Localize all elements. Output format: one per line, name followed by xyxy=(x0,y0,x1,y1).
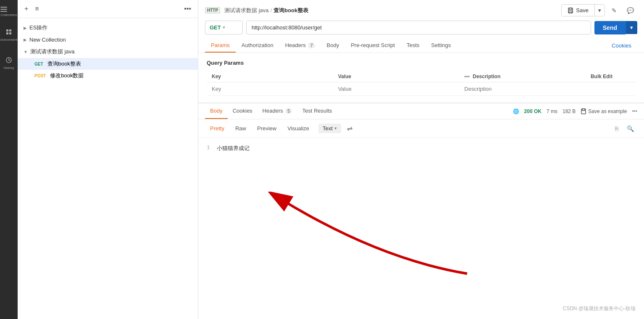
http-badge: HTTP xyxy=(205,7,220,13)
comment-button[interactable]: 💬 xyxy=(623,5,637,16)
send-button[interactable]: Send xyxy=(594,21,626,34)
save-example-icon xyxy=(581,108,586,114)
format-btn[interactable]: ⇌ xyxy=(344,123,356,134)
chevron-right-icon: ▶ xyxy=(24,37,27,42)
watermark: CSDN @瑞晟技术服务中心-耿瑞 xyxy=(563,305,636,312)
url-input[interactable] xyxy=(246,21,591,34)
response-more-icon[interactable]: ••• xyxy=(632,108,637,114)
response-line: 1 小猫猫养成记 xyxy=(207,145,636,152)
send-btn-group: Send ▾ xyxy=(594,21,637,34)
sidebar-sub-item-post-book[interactable]: POST 修改book数据 xyxy=(18,70,198,82)
response-time: 7 ms xyxy=(547,108,557,114)
svg-rect-6 xyxy=(569,8,572,10)
table-row xyxy=(207,82,636,96)
more-icon: ••• xyxy=(464,74,470,79)
response-section: Body Cookies Headers 5 Test Results 🌐 20… xyxy=(198,103,644,319)
tab-tests[interactable]: Tests xyxy=(401,39,425,53)
sidebar-item-label: 测试请求数据 java xyxy=(30,48,74,55)
sidebar-sub-item-label: 修改book数据 xyxy=(50,72,84,79)
sidebar-item-test-java[interactable]: ▼ 测试请求数据 java xyxy=(18,45,198,58)
search-button[interactable]: 🔍 xyxy=(623,124,637,134)
sidebar-item-new-collection[interactable]: ▶ New Collection xyxy=(18,34,198,45)
url-row: GET ▾ Send ▾ xyxy=(205,21,637,34)
arrow-overlay xyxy=(232,192,484,285)
resp-tab-pretty[interactable]: Pretty xyxy=(205,123,229,134)
tab-params[interactable]: Params xyxy=(205,39,236,53)
response-tab-headers[interactable]: Headers 5 xyxy=(258,103,297,119)
line-number: 1 xyxy=(207,145,210,152)
key-input[interactable] xyxy=(212,86,328,92)
tab-headers[interactable]: Headers 7 xyxy=(279,39,321,53)
sidebar-toolbar: + ≡ ••• xyxy=(18,0,198,18)
send-dropdown-btn[interactable]: ▾ xyxy=(626,21,637,34)
resp-tab-visualize[interactable]: Visualize xyxy=(282,123,314,134)
resp-tab-preview[interactable]: Preview xyxy=(252,123,281,134)
main-area: HTTP 测试请求数据 java / 查询book整表 Save ▾ ✎ 💬 xyxy=(198,0,644,319)
tab-pre-request[interactable]: Pre-request Script xyxy=(345,39,401,53)
method-label: GET xyxy=(210,24,221,31)
resp-tab-raw[interactable]: Raw xyxy=(230,123,251,134)
response-tab-body[interactable]: Body xyxy=(205,103,228,119)
tab-settings[interactable]: Settings xyxy=(425,39,457,53)
sidebar-item-es[interactable]: ▶ ES操作 xyxy=(18,21,198,34)
bulk-edit-th: Bulk Edit xyxy=(586,71,636,82)
svg-rect-3 xyxy=(9,32,11,34)
response-text: 小猫猫养成记 xyxy=(217,145,250,152)
response-tab-test-results[interactable]: Test Results xyxy=(297,103,337,119)
svg-rect-7 xyxy=(569,11,572,13)
request-header: HTTP 测试请求数据 java / 查询book整表 Save ▾ ✎ 💬 xyxy=(198,0,644,53)
headers-badge: 7 xyxy=(308,42,315,48)
sidebar-sub-item-get-book[interactable]: GET 查询book整表 xyxy=(18,58,198,70)
method-select[interactable]: GET ▾ xyxy=(205,21,243,34)
collections-icon[interactable]: Collections xyxy=(0,4,20,19)
sidebar-item-label: ES操作 xyxy=(29,24,47,32)
save-button[interactable]: Save xyxy=(562,5,594,16)
col-header-key: Key xyxy=(207,71,333,82)
breadcrumb-parent: 测试请求数据 java xyxy=(224,7,268,14)
header-actions: Save ▾ ✎ 💬 xyxy=(561,4,637,16)
response-size: 182 B xyxy=(563,108,576,114)
save-example-btn[interactable]: Save as example xyxy=(581,108,627,114)
desc-cell[interactable] xyxy=(459,82,586,96)
svg-rect-0 xyxy=(6,29,8,32)
arrow-svg xyxy=(232,192,484,284)
params-section: Query Params Key Value ••• Description B… xyxy=(198,53,644,103)
sidebar-sub-item-label: 查询book整表 xyxy=(47,60,81,68)
history-label: History xyxy=(4,66,14,70)
params-title: Query Params xyxy=(207,60,636,66)
edit-button[interactable]: ✎ xyxy=(608,5,620,16)
chevron-right-icon: ▶ xyxy=(24,26,27,30)
desc-input[interactable] xyxy=(464,86,581,92)
response-status: 200 OK xyxy=(524,108,541,114)
response-headers-badge: 5 xyxy=(285,108,292,114)
params-table: Key Value ••• Description Bulk Edit xyxy=(207,71,636,96)
breadcrumb-current: 查询book整表 xyxy=(273,7,308,14)
response-tabs-row: Body Cookies Headers 5 Test Results 🌐 20… xyxy=(198,103,644,119)
method-get-badge: GET xyxy=(33,61,45,67)
key-cell[interactable] xyxy=(207,82,333,96)
save-dropdown-btn[interactable]: ▾ xyxy=(594,5,605,16)
breadcrumb: HTTP 测试请求数据 java / 查询book整表 xyxy=(205,7,308,14)
svg-rect-2 xyxy=(6,32,8,34)
more-button[interactable]: ••• xyxy=(182,3,193,14)
filter-button[interactable]: ≡ xyxy=(33,3,40,14)
history-icon[interactable]: History xyxy=(1,54,17,72)
method-chevron-icon: ▾ xyxy=(223,25,225,30)
add-button[interactable]: + xyxy=(23,3,30,14)
bulk-edit-btn[interactable]: Bulk Edit xyxy=(591,74,612,79)
tab-auth[interactable]: Authorization xyxy=(236,39,279,53)
copy-button[interactable]: ⎘ xyxy=(612,124,622,134)
breadcrumb-row: HTTP 测试请求数据 java / 查询book整表 Save ▾ ✎ 💬 xyxy=(205,4,637,16)
value-input[interactable] xyxy=(338,86,455,92)
save-btn-group: Save ▾ xyxy=(561,4,605,16)
svg-rect-1 xyxy=(9,29,11,32)
left-icon-strip: Collections Environments History xyxy=(0,0,18,319)
text-format-select[interactable]: Text ▾ xyxy=(318,124,341,133)
response-body: 1 小猫猫养成记 CSDN @瑞晟技术服务中心-耿瑞 xyxy=(198,138,644,319)
tab-body[interactable]: Body xyxy=(321,39,345,53)
response-tab-cookies[interactable]: Cookies xyxy=(228,103,258,119)
cookies-link[interactable]: Cookies xyxy=(606,39,637,52)
environments-label: Environments xyxy=(0,38,19,42)
chevron-down-icon: ▼ xyxy=(24,50,28,54)
value-cell[interactable] xyxy=(333,82,460,96)
